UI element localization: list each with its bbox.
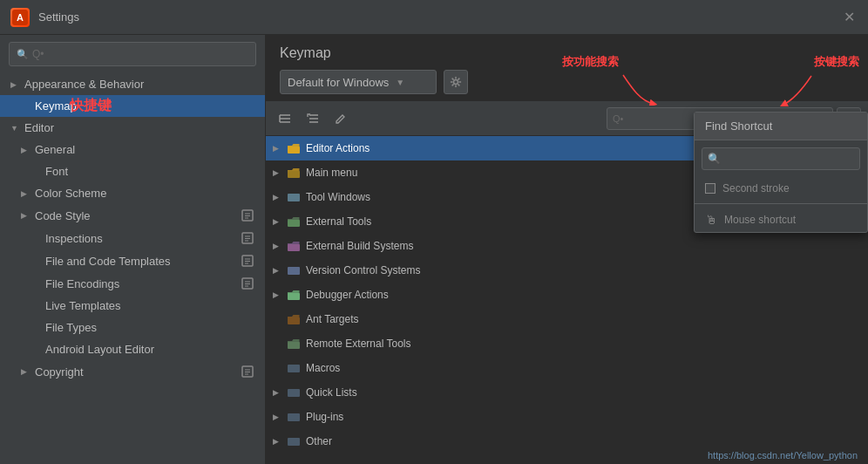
folder-icon	[287, 434, 301, 448]
tree-item-ant-targets[interactable]: Ant Targets	[266, 307, 868, 331]
search-icon: Q•	[613, 113, 623, 124]
svg-point-22	[454, 80, 458, 85]
arrow-icon	[31, 167, 44, 176]
gear-icon	[450, 76, 462, 88]
second-stroke-label: Second stroke	[722, 182, 790, 194]
sidebar-item-file-code-templates[interactable]: File and Code Templates	[0, 249, 265, 272]
keymap-annotation: 快捷键	[70, 97, 112, 115]
gear-button[interactable]	[444, 70, 468, 94]
tree-item-macros[interactable]: Macros	[266, 356, 868, 380]
arrow-icon: ▶	[10, 80, 23, 89]
arrow-icon	[273, 339, 285, 348]
close-button[interactable]: ✕	[840, 9, 858, 26]
arrow-icon: ▶	[21, 211, 33, 220]
keymap-select-dropdown[interactable]: Default for Windows ▼	[280, 70, 437, 94]
svg-rect-37	[288, 194, 300, 201]
sidebar-item-font[interactable]: Font	[0, 160, 265, 182]
svg-rect-36	[288, 171, 300, 178]
mouse-shortcut-option: 🖱 Mouse shortcut	[695, 208, 867, 232]
svg-text:A: A	[17, 12, 24, 23]
badge-icon	[241, 231, 254, 245]
find-shortcut-popup: Find Shortcut 🔍 Second stroke 🖱 Mouse sh…	[694, 112, 868, 233]
keymap-toolbar: Default for Windows ▼	[280, 70, 854, 94]
svg-rect-40	[288, 267, 300, 275]
expand-all-button[interactable]	[273, 107, 297, 130]
find-shortcut-search-box[interactable]: 🔍	[702, 147, 860, 170]
arrow-icon: ▶	[273, 242, 285, 250]
folder-icon	[287, 361, 301, 375]
tree-item-version-control-systems[interactable]: ▶ Version Control Systems	[266, 258, 868, 283]
arrow-icon: ▶	[21, 189, 33, 198]
sidebar-search-box[interactable]: 🔍 Q•	[9, 42, 256, 66]
sidebar-tree: ▶ Appearance & Behavior Keymap 快捷键 ▼ Edi…	[0, 73, 265, 464]
sidebar-item-color-scheme[interactable]: ▶ Color Scheme	[0, 182, 265, 204]
function-search-arrow	[614, 71, 658, 106]
sidebar-item-file-types[interactable]: File Types	[0, 317, 265, 338]
svg-rect-43	[288, 342, 300, 349]
svg-rect-38	[288, 220, 300, 227]
tree-item-plug-ins[interactable]: ▶ Plug-ins	[266, 405, 868, 429]
search-icon: 🔍	[17, 49, 29, 60]
title-bar: A Settings ✕	[0, 0, 868, 35]
collapse-all-button[interactable]	[301, 107, 325, 130]
app-logo: A	[10, 8, 30, 27]
arrow-icon: ▶	[273, 413, 285, 421]
sidebar: 🔍 Q• ▶ Appearance & Behavior Keymap 快捷键 …	[0, 35, 266, 464]
search-icon: 🔍	[708, 153, 721, 165]
folder-icon	[287, 386, 301, 399]
find-shortcut-title: Find Shortcut	[695, 113, 867, 140]
folder-icon	[287, 288, 301, 302]
mouse-shortcut-label: Mouse shortcut	[724, 214, 796, 226]
svg-rect-41	[288, 293, 300, 300]
arrow-icon	[31, 345, 44, 354]
second-stroke-option[interactable]: Second stroke	[695, 177, 867, 200]
arrow-icon	[273, 315, 285, 324]
sidebar-item-keymap[interactable]: Keymap 快捷键	[0, 95, 265, 117]
folder-icon	[287, 239, 301, 253]
arrow-icon: ▶	[273, 168, 285, 177]
sidebar-item-live-templates[interactable]: Live Templates	[0, 295, 265, 317]
arrow-icon: ▶	[273, 144, 285, 153]
sidebar-item-inspections[interactable]: Inspections	[0, 227, 265, 249]
svg-rect-44	[288, 365, 300, 372]
edit-button[interactable]	[329, 107, 353, 130]
second-stroke-checkbox[interactable]	[705, 183, 715, 194]
dropdown-arrow-icon: ▼	[396, 78, 404, 87]
sidebar-item-appearance[interactable]: ▶ Appearance & Behavior	[0, 73, 265, 95]
svg-rect-45	[288, 389, 300, 397]
folder-icon	[287, 337, 301, 351]
sidebar-item-editor[interactable]: ▼ Editor	[0, 117, 265, 139]
sidebar-item-android-layout-editor[interactable]: Android Layout Editor	[0, 338, 265, 360]
sidebar-item-code-style[interactable]: ▶ Code Style	[0, 204, 265, 227]
sidebar-item-file-encodings[interactable]: File Encodings	[0, 272, 265, 295]
window-title: Settings	[38, 10, 840, 24]
tree-item-quick-lists[interactable]: ▶ Quick Lists	[266, 380, 868, 405]
tree-item-debugger-actions[interactable]: ▶ Debugger Actions	[266, 283, 868, 307]
arrow-icon	[31, 256, 44, 265]
sidebar-item-copyright[interactable]: ▶ Copyright	[0, 360, 265, 383]
tree-item-external-build-systems[interactable]: ▶ External Build Systems	[266, 234, 868, 258]
svg-rect-39	[288, 244, 300, 251]
arrow-icon	[31, 279, 44, 288]
tree-item-remote-external-tools[interactable]: Remote External Tools	[266, 331, 868, 356]
arrow-icon: ▶	[273, 290, 285, 299]
svg-rect-47	[288, 438, 300, 446]
url-bar: https://blog.csdn.net/Yellow_python	[708, 450, 858, 461]
arrow-icon: ▶	[273, 437, 285, 446]
folder-icon	[287, 141, 301, 155]
folder-icon	[287, 410, 301, 424]
svg-rect-35	[288, 147, 300, 154]
main-layout: 🔍 Q• ▶ Appearance & Behavior Keymap 快捷键 …	[0, 35, 868, 464]
key-search-arrow	[776, 72, 820, 106]
folder-icon	[287, 190, 301, 204]
svg-rect-42	[288, 317, 300, 324]
mouse-icon: 🖱	[705, 213, 717, 227]
arrow-icon	[31, 234, 44, 242]
sidebar-item-general[interactable]: ▶ General	[0, 139, 265, 160]
arrow-icon: ▼	[10, 124, 23, 133]
arrow-icon	[31, 302, 44, 310]
arrow-icon: ▶	[273, 193, 285, 201]
content-area: Keymap Default for Windows ▼	[266, 35, 868, 464]
svg-rect-46	[288, 413, 300, 421]
folder-icon	[287, 263, 301, 277]
